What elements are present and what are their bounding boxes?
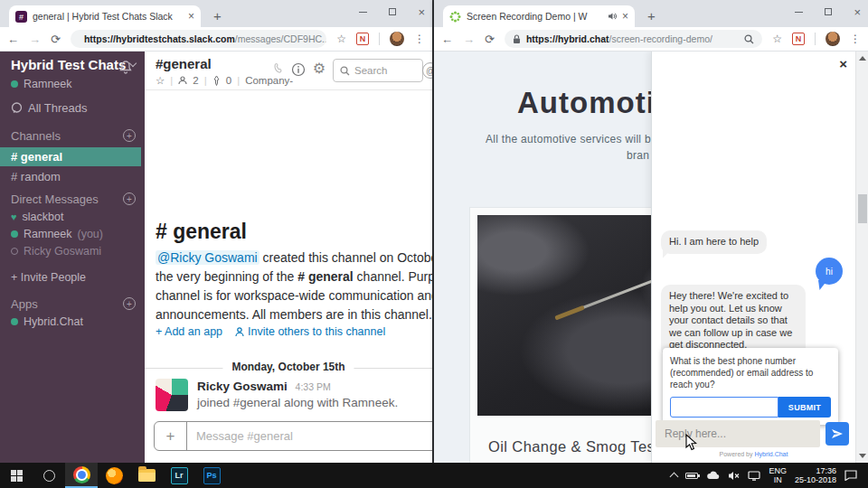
search-box[interactable] xyxy=(333,59,423,82)
channel-topic[interactable]: Company- xyxy=(245,75,293,86)
user-mention[interactable]: @Ricky Goswami xyxy=(156,250,259,265)
sidebar-item-general[interactable]: # general xyxy=(0,147,141,166)
sidebar-item-ricky[interactable]: Ricky Goswami xyxy=(11,245,101,258)
members-icon[interactable] xyxy=(178,76,187,85)
submit-button[interactable]: SUBMIT xyxy=(778,397,831,418)
back-button[interactable]: ← xyxy=(7,33,19,46)
taskbar-photoshop-button[interactable]: Ps xyxy=(195,463,228,488)
reply-bar[interactable] xyxy=(656,420,820,447)
taskbar-explorer-button[interactable] xyxy=(130,463,163,488)
profile-avatar[interactable] xyxy=(390,32,404,46)
sidebar-item-self[interactable]: Ramneek (you) xyxy=(11,228,103,240)
tab-close-icon[interactable]: × xyxy=(188,11,194,22)
scroll-up-arrow[interactable] xyxy=(859,56,866,61)
search-input[interactable] xyxy=(354,65,409,76)
new-tab-button[interactable]: + xyxy=(213,8,222,23)
url-scheme: https:// xyxy=(526,33,558,44)
cortana-button[interactable] xyxy=(33,463,65,488)
minimize-button[interactable] xyxy=(359,12,367,13)
apps-header[interactable]: Apps xyxy=(11,297,38,311)
profile-avatar[interactable] xyxy=(826,32,840,46)
sidebar-item-random[interactable]: # random xyxy=(0,167,141,186)
scroll-down-arrow[interactable] xyxy=(859,454,866,458)
back-button[interactable]: ← xyxy=(441,33,453,46)
current-user-presence[interactable]: Ramneek xyxy=(11,78,72,90)
bookmark-star-icon[interactable]: ☆ xyxy=(336,33,346,45)
tab-close-icon[interactable]: × xyxy=(622,11,628,22)
tab-slack[interactable]: # general | Hybrid Test Chats Slack × xyxy=(9,5,201,27)
mentions-at-icon[interactable]: @ xyxy=(422,62,432,79)
browser-menu-icon[interactable]: ⋮ xyxy=(850,33,861,45)
add-an-app-link[interactable]: + Add an app xyxy=(156,325,222,338)
message-author[interactable]: Ricky Goswami xyxy=(197,380,288,393)
date-divider-label[interactable]: Monday, October 15th xyxy=(222,361,354,373)
invite-others-link[interactable]: Invite others to this channel xyxy=(235,325,385,338)
message-input[interactable] xyxy=(187,422,432,450)
phone-email-input[interactable] xyxy=(670,397,778,418)
message-avatar[interactable] xyxy=(156,379,188,411)
onedrive-cloud-icon[interactable] xyxy=(706,471,720,480)
forward-button[interactable]: → xyxy=(463,33,475,46)
sidebar-item-hybrid-chat[interactable]: Hybrid.Chat xyxy=(11,315,83,328)
window-close-button[interactable]: × xyxy=(418,6,425,18)
browser-menu-icon[interactable]: ⋮ xyxy=(414,33,425,45)
widget-close-icon[interactable]: × xyxy=(839,56,847,71)
scrollbar[interactable] xyxy=(855,52,868,463)
channel-info-icon[interactable] xyxy=(291,62,306,77)
bookmark-star-icon[interactable]: ☆ xyxy=(772,33,782,45)
browser-window-slack: # general | Hybrid Test Chats Slack × + … xyxy=(0,0,432,463)
url-host: hybridtestchats.slack.com xyxy=(116,33,235,44)
tab-audio-icon[interactable] xyxy=(608,12,617,21)
add-dm-icon[interactable]: + xyxy=(123,192,136,205)
sidebar-item-slackbot[interactable]: ♥ slackbot xyxy=(11,211,63,223)
call-phone-icon[interactable] xyxy=(273,62,286,75)
window-close-button[interactable]: × xyxy=(854,6,861,18)
extension-n-icon[interactable]: N xyxy=(356,33,369,45)
attach-plus-button[interactable]: + xyxy=(155,422,187,450)
maximize-button[interactable] xyxy=(389,8,396,15)
address-bar[interactable]: https://hybrid.chat/screen-recording-dem… xyxy=(505,30,762,48)
add-channel-icon[interactable]: + xyxy=(123,129,136,142)
extension-n-icon[interactable]: N xyxy=(792,33,805,45)
hybrid-chat-brand-link[interactable]: Hybrid.Chat xyxy=(754,451,788,457)
notifications-bell-icon[interactable] xyxy=(119,61,132,74)
forward-button[interactable]: → xyxy=(29,33,41,46)
message-composer[interactable]: + xyxy=(154,421,432,451)
clock[interactable]: 17:36 25-10-2018 xyxy=(795,466,836,485)
member-count[interactable]: 2 xyxy=(193,75,198,86)
heart-presence-icon: ♥ xyxy=(11,211,17,222)
tab-title: Screen Recording Demo | W xyxy=(467,11,602,22)
url-host: hybrid.chat xyxy=(558,33,609,44)
star-channel-icon[interactable]: ☆ xyxy=(156,74,165,87)
pin-count[interactable]: 0 xyxy=(226,75,231,86)
dm-header[interactable]: Direct Messages xyxy=(11,192,99,206)
channel-settings-gear-icon[interactable]: ⚙ xyxy=(313,60,326,77)
zoom-icon[interactable] xyxy=(744,34,754,44)
tray-overflow-chevron-icon[interactable] xyxy=(670,473,679,482)
taskbar-lightroom-button[interactable]: Lr xyxy=(163,463,195,488)
maximize-button[interactable] xyxy=(825,8,832,15)
start-button[interactable] xyxy=(0,463,33,488)
invite-people-button[interactable]: + Invite People xyxy=(11,271,86,284)
volume-muted-icon[interactable] xyxy=(728,471,740,481)
minimize-button[interactable] xyxy=(795,12,803,13)
address-bar[interactable]: https://hybridtestchats.slack.com/messag… xyxy=(71,30,326,48)
new-tab-button[interactable]: + xyxy=(647,8,656,23)
battery-icon[interactable] xyxy=(685,473,698,479)
network-display-icon[interactable] xyxy=(748,471,760,481)
reload-button[interactable]: ⟳ xyxy=(51,33,61,46)
scroll-thumb[interactable] xyxy=(858,194,867,223)
sidebar-item-all-threads[interactable]: All Threads xyxy=(11,101,88,115)
presence-offline-icon xyxy=(11,248,18,255)
workspace-menu[interactable]: Hybrid Test Chats xyxy=(11,57,136,72)
action-center-icon[interactable] xyxy=(844,470,857,481)
tab-hybrid-chat[interactable]: Screen Recording Demo | W × xyxy=(443,5,635,27)
pin-icon[interactable] xyxy=(212,76,221,86)
language-indicator[interactable]: ENG IN xyxy=(769,466,787,485)
add-app-icon[interactable]: + xyxy=(123,297,136,310)
send-button[interactable] xyxy=(826,422,849,446)
reload-button[interactable]: ⟳ xyxy=(485,33,495,46)
taskbar-firefox-button[interactable] xyxy=(98,463,130,488)
channels-header[interactable]: Channels xyxy=(11,129,61,143)
taskbar-chrome-button[interactable] xyxy=(65,463,98,488)
